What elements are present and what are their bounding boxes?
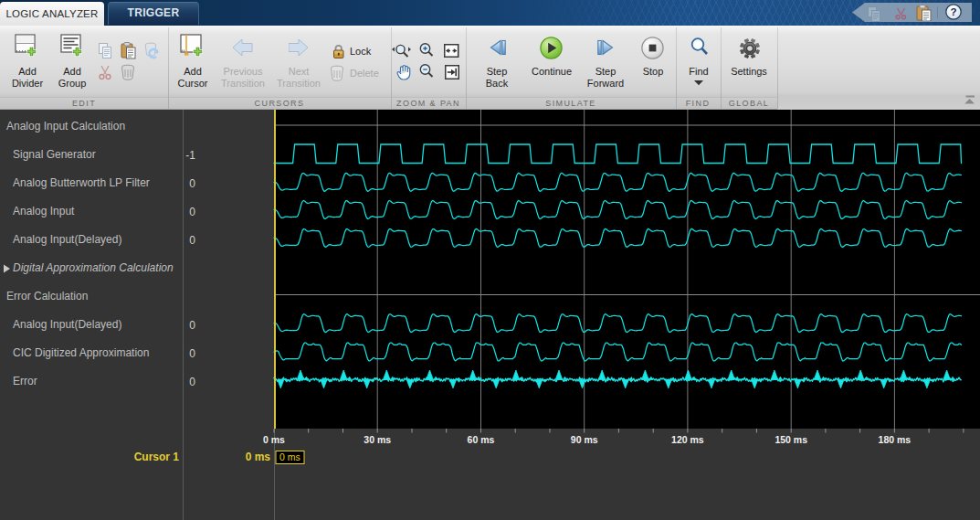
- svg-text:0 ms: 0 ms: [279, 451, 300, 462]
- svg-text:120 ms: 120 ms: [671, 434, 704, 445]
- svg-text:0 ms: 0 ms: [246, 451, 271, 463]
- svg-text:60 ms: 60 ms: [468, 434, 495, 445]
- svg-text:0 ms: 0 ms: [263, 434, 285, 445]
- svg-text:150 ms: 150 ms: [775, 434, 807, 445]
- svg-text:Cursor 1: Cursor 1: [134, 451, 180, 463]
- svg-text:?: ?: [950, 6, 956, 17]
- svg-text:30 ms: 30 ms: [364, 434, 391, 445]
- svg-text:90 ms: 90 ms: [571, 434, 598, 445]
- svg-text:180 ms: 180 ms: [879, 434, 912, 445]
